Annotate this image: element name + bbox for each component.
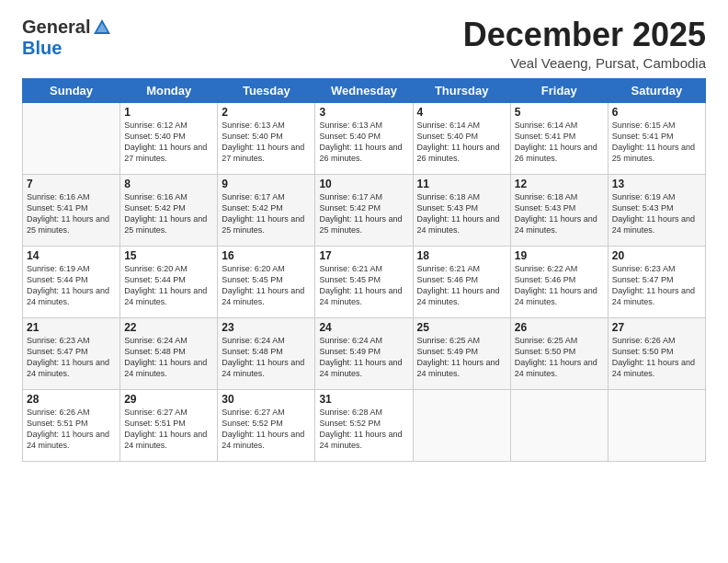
day-info: Sunrise: 6:16 AM Sunset: 5:41 PM Dayligh… xyxy=(27,191,116,236)
header-friday: Friday xyxy=(510,78,608,102)
calendar-cell: 23Sunrise: 6:24 AM Sunset: 5:48 PM Dayli… xyxy=(218,317,315,389)
header-thursday: Thursday xyxy=(413,78,510,102)
calendar-cell: 5Sunrise: 6:14 AM Sunset: 5:41 PM Daylig… xyxy=(510,102,608,174)
calendar-cell: 21Sunrise: 6:23 AM Sunset: 5:47 PM Dayli… xyxy=(23,317,120,389)
calendar-cell: 8Sunrise: 6:16 AM Sunset: 5:42 PM Daylig… xyxy=(120,174,218,246)
header-monday: Monday xyxy=(120,78,218,102)
calendar-cell xyxy=(413,389,510,461)
day-info: Sunrise: 6:18 AM Sunset: 5:43 PM Dayligh… xyxy=(515,191,604,236)
calendar-week-row: 21Sunrise: 6:23 AM Sunset: 5:47 PM Dayli… xyxy=(23,317,706,389)
calendar-cell: 13Sunrise: 6:19 AM Sunset: 5:43 PM Dayli… xyxy=(608,174,705,246)
calendar-cell: 24Sunrise: 6:24 AM Sunset: 5:49 PM Dayli… xyxy=(315,317,413,389)
day-number: 5 xyxy=(515,106,604,119)
day-info: Sunrise: 6:22 AM Sunset: 5:46 PM Dayligh… xyxy=(515,263,604,308)
day-info: Sunrise: 6:24 AM Sunset: 5:48 PM Dayligh… xyxy=(222,335,311,380)
calendar-cell: 16Sunrise: 6:20 AM Sunset: 5:45 PM Dayli… xyxy=(218,246,315,317)
calendar-cell: 14Sunrise: 6:19 AM Sunset: 5:44 PM Dayli… xyxy=(23,246,120,317)
day-info: Sunrise: 6:26 AM Sunset: 5:51 PM Dayligh… xyxy=(27,407,116,452)
logo-general-text: General xyxy=(22,17,90,38)
day-info: Sunrise: 6:27 AM Sunset: 5:52 PM Dayligh… xyxy=(222,407,311,452)
day-number: 10 xyxy=(319,178,408,190)
day-info: Sunrise: 6:21 AM Sunset: 5:46 PM Dayligh… xyxy=(417,263,506,308)
calendar-cell: 30Sunrise: 6:27 AM Sunset: 5:52 PM Dayli… xyxy=(218,389,315,461)
calendar-cell: 18Sunrise: 6:21 AM Sunset: 5:46 PM Dayli… xyxy=(413,246,510,317)
day-info: Sunrise: 6:20 AM Sunset: 5:44 PM Dayligh… xyxy=(124,263,213,308)
day-info: Sunrise: 6:25 AM Sunset: 5:49 PM Dayligh… xyxy=(417,335,506,380)
calendar-week-row: 28Sunrise: 6:26 AM Sunset: 5:51 PM Dayli… xyxy=(23,389,706,461)
calendar-cell: 4Sunrise: 6:14 AM Sunset: 5:40 PM Daylig… xyxy=(413,102,510,174)
day-info: Sunrise: 6:27 AM Sunset: 5:51 PM Dayligh… xyxy=(124,407,213,452)
day-number: 15 xyxy=(124,249,213,262)
calendar-cell: 3Sunrise: 6:13 AM Sunset: 5:40 PM Daylig… xyxy=(315,102,413,174)
day-info: Sunrise: 6:19 AM Sunset: 5:44 PM Dayligh… xyxy=(27,263,116,308)
day-info: Sunrise: 6:17 AM Sunset: 5:42 PM Dayligh… xyxy=(222,191,311,236)
day-number: 30 xyxy=(222,393,311,406)
day-number: 4 xyxy=(417,106,506,119)
day-number: 18 xyxy=(417,249,506,262)
day-info: Sunrise: 6:18 AM Sunset: 5:43 PM Dayligh… xyxy=(417,191,506,236)
day-number: 25 xyxy=(417,321,506,334)
day-info: Sunrise: 6:14 AM Sunset: 5:41 PM Dayligh… xyxy=(515,120,604,165)
calendar-cell: 12Sunrise: 6:18 AM Sunset: 5:43 PM Dayli… xyxy=(510,174,608,246)
logo-icon xyxy=(92,17,112,38)
day-info: Sunrise: 6:13 AM Sunset: 5:40 PM Dayligh… xyxy=(319,120,408,165)
calendar-cell xyxy=(23,102,120,174)
day-number: 1 xyxy=(124,106,213,119)
day-number: 28 xyxy=(27,393,116,406)
calendar-cell: 2Sunrise: 6:13 AM Sunset: 5:40 PM Daylig… xyxy=(218,102,315,174)
header: General Blue December 2025 Veal Veaeng, … xyxy=(22,17,706,71)
calendar-week-row: 7Sunrise: 6:16 AM Sunset: 5:41 PM Daylig… xyxy=(23,174,706,246)
calendar-cell: 1Sunrise: 6:12 AM Sunset: 5:40 PM Daylig… xyxy=(120,102,218,174)
header-tuesday: Tuesday xyxy=(218,78,315,102)
day-info: Sunrise: 6:23 AM Sunset: 5:47 PM Dayligh… xyxy=(612,263,701,308)
page: General Blue December 2025 Veal Veaeng, … xyxy=(0,0,728,473)
calendar-cell: 19Sunrise: 6:22 AM Sunset: 5:46 PM Dayli… xyxy=(510,246,608,317)
day-number: 24 xyxy=(319,321,408,334)
day-info: Sunrise: 6:15 AM Sunset: 5:41 PM Dayligh… xyxy=(612,120,701,165)
day-info: Sunrise: 6:14 AM Sunset: 5:40 PM Dayligh… xyxy=(417,120,506,165)
logo-blue-text: Blue xyxy=(22,38,62,58)
day-number: 7 xyxy=(27,178,116,190)
calendar-cell: 31Sunrise: 6:28 AM Sunset: 5:52 PM Dayli… xyxy=(315,389,413,461)
day-info: Sunrise: 6:28 AM Sunset: 5:52 PM Dayligh… xyxy=(319,407,408,452)
day-number: 23 xyxy=(222,321,311,334)
day-number: 8 xyxy=(124,178,213,190)
calendar-cell: 26Sunrise: 6:25 AM Sunset: 5:50 PM Dayli… xyxy=(510,317,608,389)
day-number: 19 xyxy=(515,249,604,262)
day-info: Sunrise: 6:24 AM Sunset: 5:49 PM Dayligh… xyxy=(319,335,408,380)
day-info: Sunrise: 6:19 AM Sunset: 5:43 PM Dayligh… xyxy=(612,191,701,236)
calendar-cell: 17Sunrise: 6:21 AM Sunset: 5:45 PM Dayli… xyxy=(315,246,413,317)
calendar-cell xyxy=(510,389,608,461)
day-info: Sunrise: 6:24 AM Sunset: 5:48 PM Dayligh… xyxy=(124,335,213,380)
day-number: 13 xyxy=(612,178,701,190)
day-number: 17 xyxy=(319,249,408,262)
location: Veal Veaeng, Pursat, Cambodia xyxy=(463,55,706,71)
calendar-cell: 22Sunrise: 6:24 AM Sunset: 5:48 PM Dayli… xyxy=(120,317,218,389)
day-number: 16 xyxy=(222,249,311,262)
days-header-row: Sunday Monday Tuesday Wednesday Thursday… xyxy=(23,78,706,102)
day-number: 14 xyxy=(27,249,116,262)
calendar-cell: 9Sunrise: 6:17 AM Sunset: 5:42 PM Daylig… xyxy=(218,174,315,246)
day-info: Sunrise: 6:26 AM Sunset: 5:50 PM Dayligh… xyxy=(612,335,701,380)
calendar-cell: 15Sunrise: 6:20 AM Sunset: 5:44 PM Dayli… xyxy=(120,246,218,317)
calendar-cell xyxy=(608,389,705,461)
calendar-cell: 11Sunrise: 6:18 AM Sunset: 5:43 PM Dayli… xyxy=(413,174,510,246)
day-info: Sunrise: 6:16 AM Sunset: 5:42 PM Dayligh… xyxy=(124,191,213,236)
calendar-cell: 25Sunrise: 6:25 AM Sunset: 5:49 PM Dayli… xyxy=(413,317,510,389)
month-title: December 2025 xyxy=(463,17,706,53)
day-info: Sunrise: 6:23 AM Sunset: 5:47 PM Dayligh… xyxy=(27,335,116,380)
day-number: 2 xyxy=(222,106,311,119)
day-number: 11 xyxy=(417,178,506,190)
calendar-cell: 28Sunrise: 6:26 AM Sunset: 5:51 PM Dayli… xyxy=(23,389,120,461)
title-block: December 2025 Veal Veaeng, Pursat, Cambo… xyxy=(463,17,706,71)
day-number: 26 xyxy=(515,321,604,334)
day-info: Sunrise: 6:25 AM Sunset: 5:50 PM Dayligh… xyxy=(515,335,604,380)
calendar-cell: 10Sunrise: 6:17 AM Sunset: 5:42 PM Dayli… xyxy=(315,174,413,246)
header-sunday: Sunday xyxy=(23,78,120,102)
calendar-week-row: 14Sunrise: 6:19 AM Sunset: 5:44 PM Dayli… xyxy=(23,246,706,317)
day-number: 31 xyxy=(319,393,408,406)
day-number: 12 xyxy=(515,178,604,190)
calendar-cell: 27Sunrise: 6:26 AM Sunset: 5:50 PM Dayli… xyxy=(608,317,705,389)
day-number: 29 xyxy=(124,393,213,406)
header-saturday: Saturday xyxy=(608,78,705,102)
